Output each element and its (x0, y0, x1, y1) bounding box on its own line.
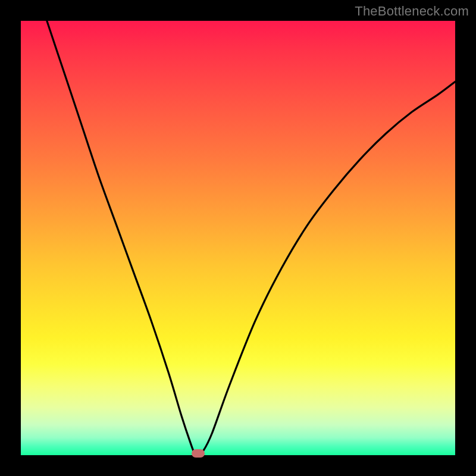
chart-frame: TheBottleneck.com (0, 0, 476, 476)
watermark-text: TheBottleneck.com (355, 4, 469, 19)
plot-area (21, 21, 455, 455)
optimal-point-marker (192, 449, 205, 458)
bottleneck-curve (21, 21, 455, 455)
